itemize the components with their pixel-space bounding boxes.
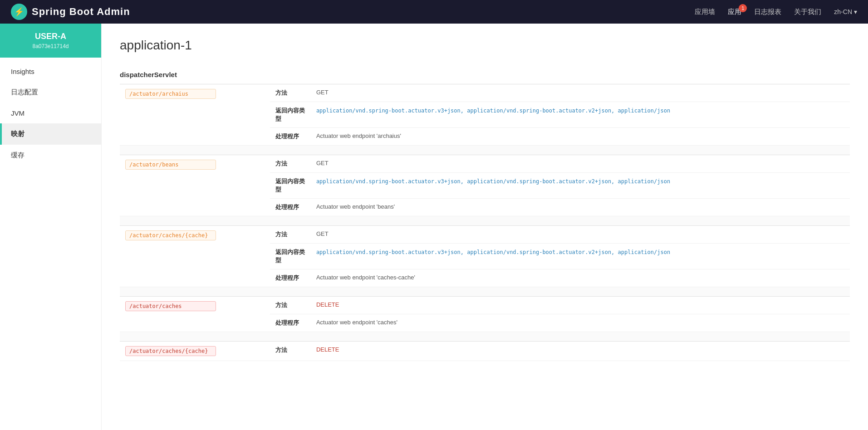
sidebar-item-mappings[interactable]: 映射 (0, 123, 101, 145)
row-value: Actuator web endpoint 'archaius' (311, 128, 850, 146)
sidebar-item-jvm[interactable]: JVM (0, 103, 101, 123)
row-label: 方法 (270, 297, 311, 314)
row-value: DELETE (311, 297, 850, 314)
row-label: 返回内容类型 (270, 102, 311, 128)
nav-app-wall[interactable]: 应用墙 (695, 8, 715, 16)
row-label: 处理程序 (270, 128, 311, 146)
row-value: application/vnd.spring-boot.actuator.v3+… (311, 102, 850, 128)
logo-icon: ⚡ (11, 4, 27, 20)
spacer-row (120, 146, 850, 155)
row-label: 返回内容类型 (270, 173, 311, 199)
row-label: 方法 (270, 84, 311, 102)
row-value: application/vnd.spring-boot.actuator.v3+… (311, 173, 850, 199)
row-value: Actuator web endpoint 'caches' (311, 314, 850, 332)
spacer-row (120, 332, 850, 342)
apps-badge: 1 (739, 4, 747, 12)
table-row: /actuator/beans方法GET (120, 155, 850, 173)
row-label: 处理程序 (270, 199, 311, 216)
row-label: 处理程序 (270, 269, 311, 287)
nav-about[interactable]: 关于我们 (794, 8, 821, 16)
sidebar: USER-A 8a073e11714d Insights 日志配置 JVM 映射… (0, 24, 102, 430)
row-value: DELETE (311, 342, 850, 361)
logo-group: ⚡ Spring Boot Admin (11, 4, 130, 20)
endpoint-cell[interactable]: /actuator/caches (120, 297, 270, 332)
app-title: Spring Boot Admin (32, 6, 130, 18)
row-label: 方法 (270, 342, 311, 361)
row-label: 方法 (270, 155, 311, 173)
row-value: Actuator web endpoint 'beans' (311, 199, 850, 216)
chevron-down-icon: ▾ (854, 8, 857, 15)
endpoint-cell[interactable]: /actuator/beans (120, 155, 270, 216)
table-row: /actuator/caches/{cache}方法DELETE (120, 342, 850, 361)
topnav-links: 应用墙 应用 1 日志报表 关于我们 zh-CN ▾ (695, 8, 857, 16)
table-row: /actuator/archaius方法GET (120, 84, 850, 102)
row-value: Actuator web endpoint 'caches-cache' (311, 269, 850, 287)
row-value: application/vnd.spring-boot.actuator.v3+… (311, 244, 850, 269)
lang-select[interactable]: zh-CN ▾ (834, 8, 857, 15)
row-value: GET (311, 84, 850, 102)
table-row: /actuator/caches方法DELETE (120, 297, 850, 314)
spacer-row (120, 287, 850, 297)
table-row: /actuator/caches/{cache}方法GET (120, 226, 850, 244)
sidebar-username: USER-A (7, 32, 94, 41)
mappings-table: /actuator/archaius方法GET返回内容类型application… (120, 84, 850, 361)
topnav: ⚡ Spring Boot Admin 应用墙 应用 1 日志报表 关于我们 z… (0, 0, 868, 24)
main-content: application-1 dispatcherServlet /actuato… (102, 24, 868, 430)
section-title: dispatcherServlet (120, 65, 850, 84)
layout: USER-A 8a073e11714d Insights 日志配置 JVM 映射… (0, 24, 868, 430)
endpoint-cell[interactable]: /actuator/archaius (120, 84, 270, 146)
endpoint-cell[interactable]: /actuator/caches/{cache} (120, 342, 270, 361)
page-title: application-1 (120, 38, 850, 53)
sidebar-item-log-config[interactable]: 日志配置 (0, 82, 101, 103)
sidebar-item-insights[interactable]: Insights (0, 61, 101, 82)
row-value: GET (311, 155, 850, 173)
row-label: 处理程序 (270, 314, 311, 332)
nav-apps[interactable]: 应用 1 (728, 8, 741, 16)
sidebar-nav: Insights 日志配置 JVM 映射 缓存 (0, 58, 101, 170)
row-label: 方法 (270, 226, 311, 244)
endpoint-cell[interactable]: /actuator/caches/{cache} (120, 226, 270, 287)
row-value: GET (311, 226, 850, 244)
row-label: 返回内容类型 (270, 244, 311, 269)
spacer-row (120, 216, 850, 226)
sidebar-user: USER-A 8a073e11714d (0, 24, 101, 58)
sidebar-item-cache[interactable]: 缓存 (0, 145, 101, 166)
sidebar-userid: 8a073e11714d (7, 43, 94, 49)
nav-log-report[interactable]: 日志报表 (754, 8, 781, 16)
